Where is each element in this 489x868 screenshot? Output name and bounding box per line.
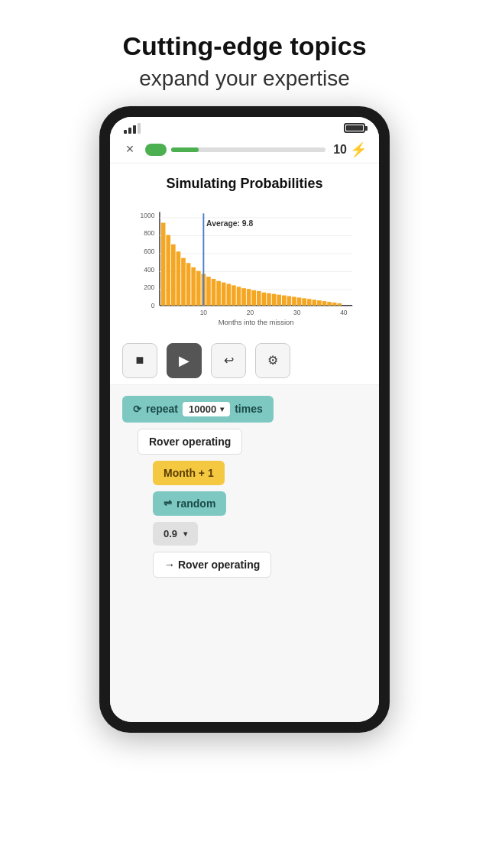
signal-bar-4: [138, 123, 141, 134]
rewind-icon: ↩: [224, 353, 234, 368]
svg-rect-45: [322, 301, 327, 306]
controls-bar: ■ ▶ ↩ ⚙: [110, 337, 379, 385]
settings-button[interactable]: ⚙: [255, 343, 290, 378]
progress-area: [145, 144, 325, 156]
stop-button[interactable]: ■: [122, 343, 157, 378]
svg-rect-48: [337, 303, 342, 306]
chart-container: 0 200 400 600 800 1000: [122, 201, 367, 331]
battery-icon: [344, 123, 365, 133]
svg-rect-35: [272, 294, 277, 306]
header-section: Cutting-edge topics expand your expertis…: [76, 0, 412, 106]
svg-rect-18: [186, 263, 191, 306]
signal-bar-3: [133, 125, 136, 134]
svg-rect-47: [332, 303, 337, 306]
random-icon: ⇌: [164, 497, 172, 509]
chart-title: Simulating Probabilities: [122, 176, 367, 192]
rewind-button[interactable]: ↩: [211, 343, 246, 378]
svg-rect-16: [176, 251, 181, 306]
svg-rect-29: [241, 288, 246, 306]
svg-rect-40: [297, 297, 302, 305]
svg-rect-31: [251, 290, 256, 306]
repeat-block[interactable]: ⟳ repeat 10000 ▾ times: [122, 396, 274, 423]
svg-rect-42: [307, 299, 312, 305]
svg-rect-39: [292, 296, 296, 305]
svg-rect-28: [237, 287, 241, 305]
repeat-value-block[interactable]: 10000 ▾: [183, 402, 230, 416]
random-label: random: [176, 497, 215, 510]
value-row: 0.9 ▾: [153, 522, 367, 546]
svg-rect-27: [232, 285, 236, 305]
svg-text:400: 400: [144, 265, 154, 273]
svg-rect-34: [267, 293, 271, 306]
svg-text:600: 600: [144, 248, 154, 255]
code-section: ⟳ repeat 10000 ▾ times Rover operating: [110, 385, 379, 722]
close-button[interactable]: ×: [122, 141, 138, 157]
repeat-dropdown-arrow: ▾: [220, 405, 224, 413]
svg-rect-26: [226, 283, 231, 305]
svg-rect-23: [212, 279, 216, 306]
value-dropdown-arrow: ▾: [183, 530, 187, 538]
phone-screen: × 10 ⚡ Simulating Probabilities: [110, 117, 379, 722]
svg-rect-30: [247, 289, 251, 306]
svg-rect-41: [302, 298, 306, 305]
arrow-rover-row: → Rover operating: [153, 552, 367, 578]
svg-rect-46: [327, 302, 332, 306]
random-block[interactable]: ⇌ random: [153, 491, 226, 516]
svg-text:30: 30: [293, 309, 301, 316]
svg-rect-15: [171, 245, 176, 306]
month-label: Month + 1: [164, 467, 214, 479]
repeat-label: repeat: [146, 403, 178, 415]
month-row: Month + 1: [153, 461, 367, 485]
random-row: ⇌ random: [153, 491, 367, 516]
repeat-row: ⟳ repeat 10000 ▾ times: [122, 396, 367, 423]
times-label: times: [235, 403, 263, 415]
header-title: Cutting-edge topics: [122, 31, 366, 62]
svg-rect-22: [206, 277, 211, 306]
phone-frame: × 10 ⚡ Simulating Probabilities: [99, 106, 390, 733]
svg-rect-43: [312, 300, 316, 306]
progress-toggle: [145, 144, 167, 156]
signal-bar-2: [128, 128, 131, 134]
value-label: 0.9: [164, 528, 177, 539]
svg-rect-37: [282, 295, 287, 305]
rover-label: Rover operating: [149, 436, 231, 448]
svg-text:200: 200: [144, 283, 154, 291]
svg-text:0: 0: [151, 301, 155, 309]
svg-text:10: 10: [200, 309, 208, 316]
play-icon: ▶: [179, 352, 189, 369]
play-button[interactable]: ▶: [167, 343, 202, 378]
score-area: 10 ⚡: [333, 141, 367, 158]
header-subtitle: expand your expertise: [122, 66, 366, 91]
lightning-icon: ⚡: [350, 141, 367, 158]
progress-track: [171, 147, 325, 152]
svg-rect-36: [277, 294, 281, 305]
month-block[interactable]: Month + 1: [153, 461, 225, 485]
signal-bar-1: [124, 130, 127, 134]
shuffle-icon: ⚙: [267, 353, 278, 368]
svg-rect-44: [317, 300, 322, 306]
rover-operating-row: Rover operating: [138, 429, 367, 455]
svg-rect-38: [287, 296, 292, 305]
svg-rect-32: [257, 291, 261, 306]
top-bar: × 10 ⚡: [110, 137, 379, 164]
stop-icon: ■: [136, 352, 144, 368]
svg-rect-24: [216, 281, 221, 306]
value-block[interactable]: 0.9 ▾: [153, 522, 198, 546]
battery-fill: [346, 125, 363, 131]
chart-svg: 0 200 400 600 800 1000: [122, 201, 367, 331]
repeat-icon: ⟳: [133, 403, 141, 415]
svg-text:40: 40: [340, 309, 348, 316]
svg-rect-13: [161, 222, 166, 305]
svg-text:1000: 1000: [141, 212, 155, 219]
svg-text:Months into the mission: Months into the mission: [219, 318, 294, 326]
progress-fill: [171, 147, 199, 152]
svg-rect-17: [181, 257, 186, 305]
svg-rect-20: [196, 270, 201, 305]
status-bar: [110, 117, 379, 137]
svg-text:800: 800: [144, 229, 154, 237]
svg-rect-14: [166, 235, 170, 305]
svg-text:20: 20: [247, 309, 254, 316]
chart-section: Simulating Probabilities 0 200 400 600 8…: [110, 164, 379, 337]
rover-operating-block: Rover operating: [138, 429, 242, 455]
svg-rect-33: [262, 293, 267, 306]
